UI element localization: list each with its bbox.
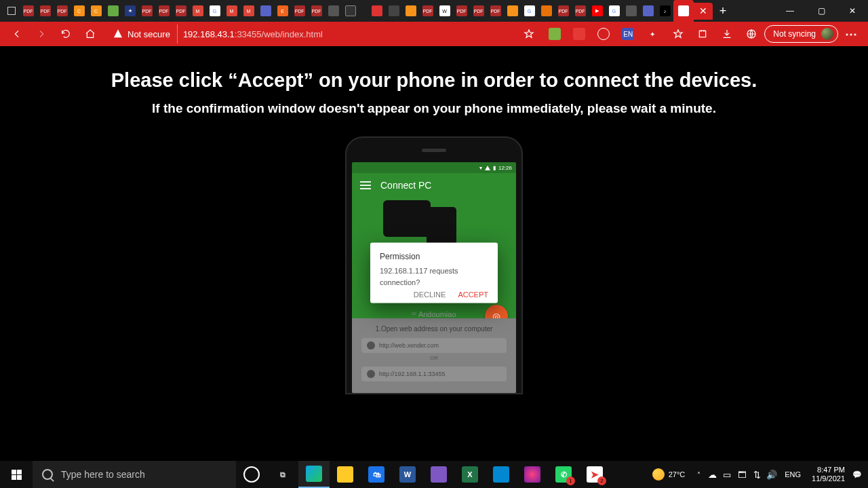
sync-label: Not syncing [773,29,816,39]
tab[interactable]: PDF [138,3,155,20]
globe-icon [367,341,375,350]
app-explorer[interactable] [330,461,361,488]
tab[interactable]: PDF [470,3,487,20]
ext-icon[interactable]: EN [622,28,634,40]
app-excel[interactable]: X [454,461,486,488]
close-window-button[interactable]: ✕ [837,0,868,22]
tab[interactable]: W [436,3,453,20]
tab[interactable]: ▶ [589,3,606,20]
tab[interactable]: M [240,3,257,20]
back-button[interactable] [5,23,28,45]
weather-icon [652,468,665,481]
tray-expand[interactable]: ˄ [697,471,701,478]
tab[interactable] [325,3,342,20]
tab[interactable]: PDF [487,3,504,20]
taskview-button[interactable]: ⧉ [267,461,298,488]
tab[interactable] [257,3,274,20]
tab[interactable]: PDF [572,3,589,20]
start-button[interactable] [0,461,33,488]
tab[interactable]: PDF [419,3,436,20]
action-center-button[interactable]: 💬 [850,468,864,481]
tab[interactable] [623,3,639,20]
tab[interactable] [342,3,359,20]
favorites-button[interactable] [667,23,690,45]
internet-button[interactable] [740,23,763,45]
tab[interactable]: PDF [20,3,37,20]
tab[interactable] [639,3,656,20]
tab[interactable] [104,3,121,20]
taskbar-clock[interactable]: 8:47 PM 11/9/2021 [812,466,845,483]
gmail-icon: M [243,5,254,16]
url-path: /web/index.html [262,29,323,39]
ext-icon[interactable] [549,28,561,40]
app-pinned[interactable]: ➤2 [579,461,610,488]
tab[interactable] [402,3,419,20]
tray-icon[interactable]: ☁ [706,470,718,480]
tray-icon[interactable]: 🗔 [736,470,748,480]
tab[interactable]: PDF [54,3,71,20]
phone-time: 12:26 [498,165,512,171]
tab[interactable]: G [206,3,223,20]
tab[interactable]: ★ [121,3,138,20]
downloads-button[interactable] [715,23,738,45]
favorite-button[interactable] [517,23,540,45]
tray-volume-icon[interactable]: 🔊 [766,470,778,480]
refresh-button[interactable] [54,23,77,45]
menu-button[interactable]: ⋯ [840,23,863,45]
new-tab-button[interactable]: + [713,0,733,22]
app-pinned[interactable] [517,461,548,488]
tab[interactable] [504,3,521,20]
pdf-icon: PDF [159,5,170,16]
app-word[interactable]: W [392,461,423,488]
tab-close-button[interactable]: ✕ [694,3,713,20]
address-bar[interactable]: Not secure 192.168.43.1:33455/web/index.… [106,24,328,43]
tab[interactable]: G [521,3,538,20]
minimize-button[interactable]: — [774,0,806,22]
tab[interactable]: PDF [308,3,325,20]
pdf-icon: PDF [311,5,322,16]
tab[interactable] [385,3,402,20]
app-edge[interactable] [298,461,330,488]
tab[interactable]: E [274,3,291,20]
cortana-button[interactable] [236,461,267,488]
pdf-icon: PDF [558,5,569,16]
tab[interactable]: G [606,3,623,20]
tab[interactable]: PDF [172,3,189,20]
security-indicator[interactable]: Not secure [106,24,178,43]
home-button[interactable] [79,23,102,45]
tab[interactable]: PDF [555,3,572,20]
taskbar-search[interactable]: Type here to search [33,461,236,488]
app-pictures[interactable] [486,461,517,488]
shield-icon[interactable] [597,28,610,40]
tab[interactable]: C [71,3,87,20]
tray-wifi-icon[interactable]: ⇅ [751,470,763,480]
ext-icon[interactable] [573,28,585,40]
tab[interactable]: PDF [37,3,54,20]
weather-widget[interactable]: 27°C [652,468,686,481]
tab-panel-icon[interactable] [3,3,20,20]
tab-active[interactable] [673,0,694,22]
url-text[interactable]: 192.168.43.1:33455/web/index.html [178,29,328,39]
tab[interactable]: M [223,3,240,20]
forward-button[interactable] [30,23,53,45]
tab[interactable]: PDF [453,3,470,20]
tab[interactable]: M [189,3,206,20]
tab[interactable]: PDF [155,3,172,20]
tab[interactable]: ♪ [656,3,673,20]
app-whatsapp[interactable]: ✆1 [548,461,579,488]
maximize-button[interactable]: ▢ [806,0,837,22]
tab[interactable]: PDF [291,3,308,20]
profile-sync[interactable]: Not syncing [764,25,838,43]
tab[interactable]: C [87,3,104,20]
language-indicator[interactable]: ENG [785,470,801,478]
tray-icon[interactable]: ▭ [721,470,733,480]
tab[interactable] [368,3,385,20]
tab[interactable] [538,3,555,20]
collections-button[interactable] [691,23,714,45]
gmail-icon: M [193,5,203,16]
puzzle-icon[interactable]: ✦ [646,28,658,40]
app-store[interactable]: 🛍 [361,461,392,488]
accept-button[interactable]: ACCEPT [458,290,488,299]
decline-button[interactable]: DECLINE [414,290,446,299]
app-note[interactable] [423,461,454,488]
